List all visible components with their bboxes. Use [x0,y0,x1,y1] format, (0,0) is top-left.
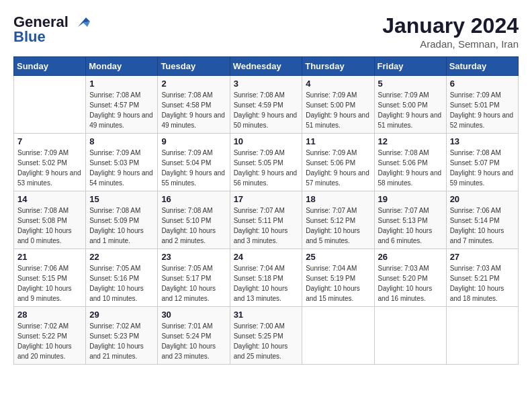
day-info: Sunrise: 7:08 AMSunset: 5:06 PMDaylight:… [378,148,443,188]
day-number: 31 [234,310,299,320]
calendar-cell [374,307,446,365]
day-info: Sunrise: 7:08 AMSunset: 4:59 PMDaylight:… [234,90,299,130]
calendar-cell: 11 Sunrise: 7:09 AMSunset: 5:06 PMDaylig… [302,134,374,191]
day-info: Sunrise: 7:01 AMSunset: 5:24 PMDaylight:… [161,321,226,361]
calendar-cell: 26 Sunrise: 7:03 AMSunset: 5:20 PMDaylig… [374,249,446,307]
day-number: 18 [306,194,370,204]
calendar-cell: 13 Sunrise: 7:08 AMSunset: 5:07 PMDaylig… [446,134,518,191]
day-number: 15 [89,194,154,204]
day-number: 11 [306,136,370,146]
day-info: Sunrise: 7:04 AMSunset: 5:19 PMDaylight:… [306,263,370,304]
day-number: 2 [161,79,226,89]
calendar-cell: 21 Sunrise: 7:06 AMSunset: 5:15 PMDaylig… [14,249,86,307]
calendar-cell: 5 Sunrise: 7:09 AMSunset: 5:00 PMDayligh… [374,76,446,134]
day-info: Sunrise: 7:04 AMSunset: 5:18 PMDaylight:… [234,263,299,304]
day-number: 5 [378,79,443,89]
day-info: Sunrise: 7:09 AMSunset: 5:01 PMDaylight:… [450,90,515,130]
calendar-cell: 27 Sunrise: 7:03 AMSunset: 5:21 PMDaylig… [446,249,518,307]
day-number: 16 [161,194,226,204]
day-number: 12 [378,136,443,146]
calendar-header-row: SundayMondayTuesdayWednesdayThursdayFrid… [14,57,519,76]
day-number: 27 [450,252,515,262]
header-monday: Monday [86,57,158,76]
week-row-1: 1 Sunrise: 7:08 AMSunset: 4:57 PMDayligh… [14,76,519,134]
calendar-subtitle: Aradan, Semnan, Iran [382,38,519,50]
day-info: Sunrise: 7:08 AMSunset: 4:58 PMDaylight:… [161,90,226,130]
day-info: Sunrise: 7:09 AMSunset: 5:03 PMDaylight:… [89,148,154,188]
week-row-4: 21 Sunrise: 7:06 AMSunset: 5:15 PMDaylig… [14,249,519,307]
day-number: 20 [450,194,515,204]
calendar-cell: 8 Sunrise: 7:09 AMSunset: 5:03 PMDayligh… [86,134,158,191]
day-info: Sunrise: 7:09 AMSunset: 5:05 PMDaylight:… [234,148,299,188]
calendar-cell: 1 Sunrise: 7:08 AMSunset: 4:57 PMDayligh… [86,76,158,134]
day-number: 8 [89,136,154,146]
day-number: 6 [450,79,515,89]
calendar-title: January 2024 [382,13,519,38]
day-info: Sunrise: 7:09 AMSunset: 5:06 PMDaylight:… [306,148,370,188]
week-row-5: 28 Sunrise: 7:02 AMSunset: 5:22 PMDaylig… [14,307,519,365]
day-number: 19 [378,194,443,204]
day-info: Sunrise: 7:08 AMSunset: 4:57 PMDaylight:… [89,90,154,130]
calendar-cell: 28 Sunrise: 7:02 AMSunset: 5:22 PMDaylig… [14,307,86,365]
day-info: Sunrise: 7:09 AMSunset: 5:00 PMDaylight:… [306,90,370,130]
day-info: Sunrise: 7:09 AMSunset: 5:02 PMDaylight:… [17,148,82,188]
calendar-cell: 12 Sunrise: 7:08 AMSunset: 5:06 PMDaylig… [374,134,446,191]
day-info: Sunrise: 7:06 AMSunset: 5:14 PMDaylight:… [450,205,515,246]
day-info: Sunrise: 7:09 AMSunset: 5:00 PMDaylight:… [378,90,443,130]
header-friday: Friday [374,57,446,76]
title-block: January 2024 Aradan, Semnan, Iran [382,13,519,50]
day-number: 9 [161,136,226,146]
calendar-cell: 4 Sunrise: 7:09 AMSunset: 5:00 PMDayligh… [302,76,374,134]
calendar-cell: 15 Sunrise: 7:08 AMSunset: 5:09 PMDaylig… [86,191,158,249]
day-info: Sunrise: 7:00 AMSunset: 5:25 PMDaylight:… [234,321,299,361]
day-number: 7 [17,136,82,146]
calendar-cell [302,307,374,365]
day-info: Sunrise: 7:05 AMSunset: 5:17 PMDaylight:… [161,263,226,304]
day-info: Sunrise: 7:02 AMSunset: 5:22 PMDaylight:… [17,321,82,361]
calendar-table: SundayMondayTuesdayWednesdayThursdayFrid… [13,56,519,365]
logo-blue-text: Blue [13,28,46,46]
day-number: 1 [89,79,154,89]
week-row-3: 14 Sunrise: 7:08 AMSunset: 5:08 PMDaylig… [14,191,519,249]
day-number: 14 [17,194,82,204]
day-number: 30 [161,310,226,320]
calendar-cell: 17 Sunrise: 7:07 AMSunset: 5:11 PMDaylig… [230,191,302,249]
calendar-cell: 3 Sunrise: 7:08 AMSunset: 4:59 PMDayligh… [230,76,302,134]
day-info: Sunrise: 7:02 AMSunset: 5:23 PMDaylight:… [89,321,154,361]
calendar-cell: 18 Sunrise: 7:07 AMSunset: 5:12 PMDaylig… [302,191,374,249]
day-info: Sunrise: 7:08 AMSunset: 5:07 PMDaylight:… [450,148,515,188]
calendar-cell: 31 Sunrise: 7:00 AMSunset: 5:25 PMDaylig… [230,307,302,365]
calendar-cell: 23 Sunrise: 7:05 AMSunset: 5:17 PMDaylig… [158,249,230,307]
logo-bird-icon [71,15,91,30]
calendar-cell: 14 Sunrise: 7:08 AMSunset: 5:08 PMDaylig… [14,191,86,249]
header-thursday: Thursday [302,57,374,76]
calendar-cell: 9 Sunrise: 7:09 AMSunset: 5:04 PMDayligh… [158,134,230,191]
calendar-cell: 22 Sunrise: 7:05 AMSunset: 5:16 PMDaylig… [86,249,158,307]
day-info: Sunrise: 7:03 AMSunset: 5:20 PMDaylight:… [378,263,443,304]
calendar-cell: 16 Sunrise: 7:08 AMSunset: 5:10 PMDaylig… [158,191,230,249]
day-number: 28 [17,310,82,320]
page-header: General Blue January 2024 Aradan, Semnan… [13,13,519,50]
day-info: Sunrise: 7:08 AMSunset: 5:10 PMDaylight:… [161,205,226,246]
calendar-cell: 25 Sunrise: 7:04 AMSunset: 5:19 PMDaylig… [302,249,374,307]
calendar-cell: 6 Sunrise: 7:09 AMSunset: 5:01 PMDayligh… [446,76,518,134]
day-number: 17 [234,194,299,204]
day-number: 26 [378,252,443,262]
day-info: Sunrise: 7:06 AMSunset: 5:15 PMDaylight:… [17,263,82,304]
day-number: 4 [306,79,370,89]
day-info: Sunrise: 7:05 AMSunset: 5:16 PMDaylight:… [89,263,154,304]
day-number: 23 [161,252,226,262]
day-number: 29 [89,310,154,320]
calendar-cell: 2 Sunrise: 7:08 AMSunset: 4:58 PMDayligh… [158,76,230,134]
calendar-cell: 20 Sunrise: 7:06 AMSunset: 5:14 PMDaylig… [446,191,518,249]
header-wednesday: Wednesday [230,57,302,76]
calendar-cell: 30 Sunrise: 7:01 AMSunset: 5:24 PMDaylig… [158,307,230,365]
header-tuesday: Tuesday [158,57,230,76]
calendar-cell: 19 Sunrise: 7:07 AMSunset: 5:13 PMDaylig… [374,191,446,249]
day-number: 10 [234,136,299,146]
calendar-cell: 7 Sunrise: 7:09 AMSunset: 5:02 PMDayligh… [14,134,86,191]
day-info: Sunrise: 7:07 AMSunset: 5:13 PMDaylight:… [378,205,443,246]
day-info: Sunrise: 7:08 AMSunset: 5:08 PMDaylight:… [17,205,82,246]
calendar-cell [446,307,518,365]
day-number: 3 [234,79,299,89]
